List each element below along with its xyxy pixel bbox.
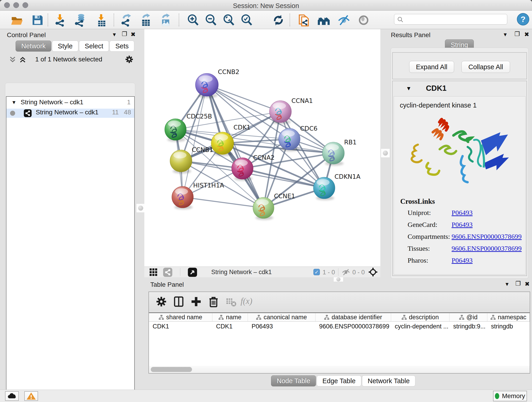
zoom-in-button[interactable] xyxy=(186,13,200,27)
zoom-out-button[interactable] xyxy=(204,13,218,27)
control-panel-close-icon[interactable]: ✖ xyxy=(130,31,137,38)
tab-edge-table[interactable]: Edge Table xyxy=(317,375,361,386)
network-from-clipboard-button[interactable] xyxy=(297,13,311,27)
function-builder-fx-icon[interactable]: f(x) xyxy=(241,296,252,306)
crosslink-link[interactable]: 9606.ENSP00000378699 xyxy=(452,245,522,252)
zoom-fit-content-button[interactable] xyxy=(222,13,236,27)
left-splitter-handle[interactable] xyxy=(136,204,145,213)
export-network-to-file-button[interactable] xyxy=(120,13,134,27)
network-node-HIST1H1A[interactable] xyxy=(172,186,193,210)
tab-network-table[interactable]: Network Table xyxy=(362,375,415,386)
open-in-window-icon[interactable] xyxy=(188,268,197,277)
results-panel-close-icon[interactable]: ✖ xyxy=(523,31,530,38)
hide-selected-button[interactable] xyxy=(337,13,351,27)
birds-eye-grid-icon[interactable] xyxy=(149,268,158,276)
gene-collapse-triangle-icon[interactable]: ▼ xyxy=(406,85,412,92)
expand-all-tree-icon[interactable] xyxy=(19,56,27,63)
help-button[interactable]: ? xyxy=(516,12,530,26)
refresh-view-button[interactable] xyxy=(271,13,285,27)
network-node-CCNE1[interactable] xyxy=(253,197,274,220)
hidden-eye-icon[interactable] xyxy=(342,269,350,275)
table-panel-close-icon[interactable]: ✖ xyxy=(524,281,531,287)
open-session-button[interactable] xyxy=(10,13,24,27)
results-panel-collapse-icon[interactable]: ▾ xyxy=(502,31,509,38)
string-view-icon[interactable] xyxy=(163,268,172,277)
table-panel-float-icon[interactable]: ❐ xyxy=(515,280,521,287)
table-options-gear-icon[interactable] xyxy=(155,296,167,307)
column-header-shared-name[interactable]: shared name xyxy=(149,313,212,322)
crosslink-link[interactable]: P06493 xyxy=(452,209,473,217)
node-label-CDC25B: CDC25B xyxy=(186,113,212,120)
import-table-from-file-button[interactable] xyxy=(94,13,109,27)
string-network-icon xyxy=(24,109,32,117)
gene-description: cyclin-dependent kinase 1 xyxy=(400,102,476,109)
delete-table-icon[interactable] xyxy=(225,296,237,307)
results-panel-title: Results Panel xyxy=(391,32,431,39)
tab-network[interactable]: Network xyxy=(16,41,51,51)
delete-column-trash-icon[interactable] xyxy=(208,296,220,307)
save-session-button[interactable] xyxy=(30,13,44,27)
table-panel-collapse-icon[interactable]: ▾ xyxy=(504,281,510,287)
network-node-CCNB1[interactable] xyxy=(170,150,192,173)
network-node-RB1[interactable] xyxy=(322,142,344,166)
column-header-database-identifier[interactable]: database identifier xyxy=(316,313,391,322)
import-network-from-file-button[interactable] xyxy=(53,13,67,27)
control-panel-collapse-icon[interactable]: ▾ xyxy=(111,31,118,38)
toolbar-separator xyxy=(48,13,48,26)
tab-sets[interactable]: Sets xyxy=(109,41,134,51)
column-header-@id[interactable]: @id xyxy=(450,313,487,322)
selected-checkbox-icon[interactable]: ✓ xyxy=(313,269,320,275)
tree-expand-triangle-icon[interactable]: ▼ xyxy=(12,99,17,105)
search-input[interactable] xyxy=(405,15,504,23)
network-options-gear-icon[interactable] xyxy=(125,55,134,64)
network-canvas[interactable]: CCNB2CCNA1CDC25BCDK1CDC6RB1CCNB1CCNA2CDK… xyxy=(144,29,380,267)
import-network-from-database-button[interactable] xyxy=(73,13,87,27)
network-edge-HIST1H1A-CCNE1[interactable] xyxy=(183,197,264,208)
table-horizontal-scrollbar[interactable] xyxy=(149,366,530,373)
column-header-label: database identifier xyxy=(331,314,382,321)
control-panel-float-icon[interactable]: ❐ xyxy=(121,31,128,37)
network-view-toolbar: String Network – cdk1 ✓ 1 - 0 0 - 0 xyxy=(144,267,380,277)
tab-style[interactable]: Style xyxy=(52,41,78,51)
zoom-selected-button[interactable] xyxy=(240,13,254,27)
node-label-RB1: RB1 xyxy=(344,139,356,146)
tab-node-table[interactable]: Node Table xyxy=(271,375,316,386)
results-panel-float-icon[interactable]: ❐ xyxy=(514,31,520,37)
column-header-namespac[interactable]: namespac xyxy=(487,313,530,322)
export-image-button[interactable] xyxy=(158,13,173,27)
crosslink-label: Tissues: xyxy=(408,245,430,252)
column-header-label: canonical name xyxy=(264,314,307,321)
show-columns-icon[interactable] xyxy=(173,296,185,307)
crosslink-link[interactable]: 9606.ENSP00000378699 xyxy=(452,233,522,240)
table-cell: CDK1 xyxy=(212,322,248,331)
window-title: Session: New Session xyxy=(0,2,532,10)
scrollbar-thumb[interactable] xyxy=(151,367,192,372)
tab-select[interactable]: Select xyxy=(79,41,109,51)
network-node-CDC25B[interactable] xyxy=(165,119,186,142)
warnings-button[interactable] xyxy=(24,391,38,401)
node-label-CDKN1A: CDKN1A xyxy=(335,173,361,180)
network-node-CCNA2[interactable] xyxy=(232,158,253,181)
expand-all-button[interactable]: Expand All xyxy=(409,61,454,73)
add-column-plus-icon[interactable] xyxy=(190,296,202,307)
cloud-status-button[interactable] xyxy=(5,391,19,401)
crosslink-label: Pharos: xyxy=(408,256,428,264)
column-header-description[interactable]: description xyxy=(391,313,450,322)
show-all-networks-button[interactable] xyxy=(317,13,331,27)
fit-crosshair-icon[interactable] xyxy=(368,268,378,277)
control-panel-tabs: NetworkStyleSelectSets xyxy=(16,41,135,51)
network-node-CDKN1A[interactable] xyxy=(313,177,335,200)
collapse-all-tree-icon[interactable] xyxy=(9,56,17,63)
network-row-selected[interactable]: String Network – cdk1 11 48 xyxy=(6,109,134,118)
crosslink-link[interactable]: P06493 xyxy=(452,256,473,264)
memory-button[interactable]: Memory xyxy=(493,391,527,401)
show-selected-button[interactable] xyxy=(356,13,371,27)
collapse-all-button[interactable]: Collapse All xyxy=(462,61,510,73)
network-row-label: String Network – cdk1 xyxy=(36,109,99,116)
network-collection-row[interactable]: ▼ String Network – cdk1 1 xyxy=(6,99,134,108)
column-header-canonical-name[interactable]: canonical name xyxy=(248,313,316,322)
crosslink-link[interactable]: P06493 xyxy=(452,221,473,229)
column-header-name[interactable]: name xyxy=(212,313,248,322)
network-node-CCNB2[interactable] xyxy=(196,73,218,98)
export-table-to-file-button[interactable] xyxy=(139,13,153,27)
